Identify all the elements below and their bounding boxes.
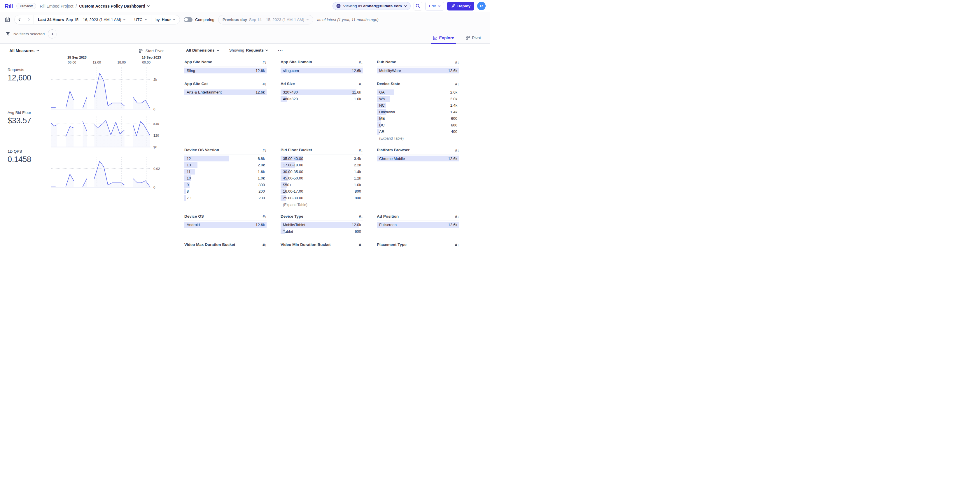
all-dimensions-selector[interactable]: All Dimensions [185,48,221,53]
sort-indicator[interactable]: #↓ [359,243,363,247]
measure-chart-avg-bid-floor[interactable]: $40$20$0 [51,116,168,149]
expand-table-link[interactable]: (Expand Table) [377,135,459,140]
calendar-button[interactable] [5,17,11,23]
leaderboard-row[interactable]: Tablet600 [281,228,363,234]
leaderboard-row[interactable]: Fullscreen12.6k [377,222,459,228]
sort-indicator[interactable]: #↓ [262,148,267,152]
chevron-down-icon [404,5,407,7]
dimension-title[interactable]: Device OS [185,214,204,219]
add-filter-button[interactable]: + [48,29,57,38]
leaderboard-row[interactable]: Chrome Mobile12.6k [377,155,459,162]
showing-measure-selector[interactable]: Showing Requests [228,48,270,53]
close-circle-icon[interactable] [336,4,340,8]
leaderboard-row[interactable]: Unknown1.4k [377,109,459,115]
dimension-title[interactable]: Device State [377,82,400,86]
comparison-range-selector[interactable]: Previous day Sep 14 – 15, 2023 (1 AM-1 A… [218,15,313,24]
leaderboard-row[interactable]: Sling12.6k [185,68,267,73]
leaderboard-row[interactable]: 480×3201.0k [281,96,363,102]
dimension-title[interactable]: Video Max Duration Bucket [185,243,235,246]
sort-indicator[interactable]: #↓ [455,243,459,247]
sort-indicator[interactable]: #↓ [455,214,459,219]
leaderboard-row[interactable]: 7.1200 [185,195,267,201]
leaderboard-row[interactable]: 101.0k [185,175,267,181]
rill-logo[interactable]: Rill [5,3,13,9]
leaderboard-row[interactable]: DC600 [377,122,459,128]
leaderboard-row[interactable]: 25.00-30.00800 [281,195,363,201]
leaderboard-row[interactable]: 45.00-50.001.2k [281,175,363,181]
dimension-title[interactable]: Ad Size [281,82,295,86]
dimension-title[interactable]: Platform Browser [377,148,410,152]
sort-indicator[interactable]: #↓ [262,243,267,247]
deploy-button[interactable]: Deploy [447,2,474,11]
leaderboard-row[interactable]: 132.0k [185,162,267,168]
leaderboard-row[interactable]: 9800 [185,182,267,188]
sort-indicator[interactable]: #↓ [359,214,363,219]
dimension-value-count: 800 [355,196,363,200]
start-pivot-button[interactable]: Start Pivot [137,48,165,53]
dimension-title[interactable]: App Site Cat [185,82,208,86]
dimension-title[interactable]: Video Min Duration Bucket [281,243,331,246]
dimension-title[interactable]: Device OS Version [185,148,219,152]
leaderboard-row[interactable]: Android12.6k [185,222,267,228]
dimension-title[interactable]: Placement Type [377,243,407,246]
leaderboard-row[interactable]: NC1.4k [377,103,459,108]
leaderboard-row[interactable]: 8200 [185,189,267,194]
tab-pivot[interactable]: Pivot [464,35,483,44]
tab-explore[interactable]: Explore [431,35,456,44]
breadcrumb-project[interactable]: Rill Embed Project [40,4,73,8]
dimension-value-count: 200 [258,189,267,193]
leaderboard-row[interactable]: WA2.0k [377,96,459,102]
viewing-as-pill[interactable]: Viewing as embed@rilldata.com [332,2,410,10]
sort-indicator[interactable]: #↓ [455,82,459,86]
leaderboard-row[interactable]: 30.00-35.001.4k [281,169,363,174]
sort-indicator[interactable]: #↓ [359,60,363,64]
dimension-title[interactable]: Bid Floor Bucket [281,148,312,152]
leaderboard-row[interactable]: Mobile/Tablet12.0k [281,222,363,228]
leaderboard-row[interactable]: Arts & Entertainment12.6k [185,89,267,95]
search-button[interactable] [414,2,422,11]
timezone-selector[interactable]: UTC [130,15,151,24]
value-bar [185,68,267,73]
measure-chart-requests[interactable]: 2k0 [51,67,168,111]
time-range-forward-button[interactable] [24,15,33,24]
sort-indicator[interactable]: #↓ [262,214,267,219]
sort-indicator[interactable]: #↓ [262,82,267,86]
more-menu-button[interactable]: ··· [276,48,285,53]
dimension-title[interactable]: App Site Domain [281,60,312,64]
time-range-selector[interactable]: Last 24 Hours Sep 15 – 16, 2023 (1 AM-1 … [34,15,130,24]
dimension-title[interactable]: Ad Position [377,214,399,219]
sort-indicator[interactable]: #↓ [359,82,363,86]
time-range-back-button[interactable] [14,15,24,24]
leaderboard-row[interactable]: 17.00-18.002.2k [281,162,363,168]
dimension-value-count: 12.6k [256,90,267,94]
expand-table-link[interactable]: (Expand Table) [281,201,363,207]
edit-button[interactable]: Edit [425,2,444,11]
leaderboard-row[interactable]: 126.8k [185,155,267,162]
dimension-title[interactable]: Pub Name [377,60,396,64]
leaderboard-row[interactable]: 35.00-40.003.4k [281,155,363,162]
leaderboard-row[interactable]: $50+1.0k [281,182,363,188]
leaderboard-row[interactable]: 16.00-17.00800 [281,189,363,194]
leaderboard-rows: Sling12.6k [185,66,267,73]
sort-indicator[interactable]: #↓ [455,148,459,152]
sort-indicator[interactable]: #↓ [359,148,363,152]
leaderboard-row[interactable]: MobilityWare12.6k [377,68,459,73]
leaderboard-row[interactable]: 111.6k [185,169,267,174]
grain-selector[interactable]: by Hour [151,15,180,24]
avatar[interactable]: R [477,2,485,10]
leaderboard-row[interactable]: ME600 [377,116,459,122]
measure-chart-1d-qps[interactable]: 0.020 [51,157,168,189]
sort-indicator[interactable]: #↓ [455,60,459,64]
comparison-label: Previous day [223,17,247,22]
dimension-title[interactable]: App Site Name [185,60,212,64]
sort-indicator[interactable]: #↓ [262,60,267,64]
dimension-title[interactable]: Device Type [281,214,303,219]
leaderboard-row[interactable]: sling.com12.6k [281,68,363,73]
leaderboard-row[interactable]: 320×48011.6k [281,89,363,95]
leaderboard-row[interactable]: AR400 [377,129,459,135]
leaderboard-row[interactable]: GA2.6k [377,89,459,95]
measure-meta: Requests12,600 [8,68,51,82]
all-measures-selector[interactable]: All Measures [8,48,41,53]
comparing-toggle[interactable] [184,17,192,22]
breadcrumb-dashboard[interactable]: Custom Access Policy Dashboard [79,4,150,8]
